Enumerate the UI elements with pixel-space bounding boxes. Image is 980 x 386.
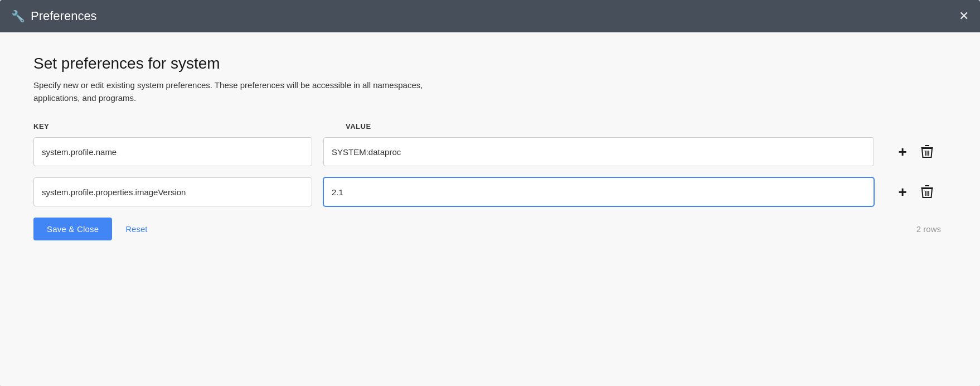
dialog-title: Preferences	[31, 9, 97, 23]
dialog-body: Set preferences for system Specify new o…	[0, 32, 980, 386]
rows-count: 2 rows	[916, 224, 947, 234]
header-left: 🔧 Preferences	[11, 9, 97, 23]
reset-button[interactable]: Reset	[125, 224, 147, 234]
table-row: +	[33, 137, 947, 166]
add-row-button-1[interactable]: +	[898, 144, 906, 159]
key-input-1[interactable]	[33, 137, 312, 166]
columns-header: KEY VALUE	[33, 122, 947, 131]
key-column-header: KEY	[33, 122, 323, 131]
preferences-dialog: 🔧 Preferences ✕ Set preferences for syst…	[0, 0, 980, 386]
wrench-icon: 🔧	[11, 9, 25, 23]
save-close-button[interactable]: Save & Close	[33, 218, 112, 240]
row-actions-1: +	[885, 144, 947, 159]
footer-row: Save & Close Reset 2 rows	[33, 218, 947, 240]
value-column-header: VALUE	[346, 122, 947, 131]
page-title: Set preferences for system	[33, 55, 947, 73]
add-row-button-2[interactable]: +	[898, 185, 906, 199]
svg-rect-6	[925, 185, 929, 186]
key-input-2[interactable]	[33, 177, 312, 206]
value-input-2[interactable]	[323, 177, 874, 206]
delete-row-button-2[interactable]	[920, 185, 934, 199]
value-input-1[interactable]	[323, 137, 874, 166]
table-row: +	[33, 177, 947, 206]
page-description: Specify new or edit existing system pref…	[33, 79, 457, 104]
delete-row-button-1[interactable]	[920, 144, 934, 159]
row-actions-2: +	[885, 185, 947, 199]
close-button[interactable]: ✕	[959, 10, 969, 22]
dialog-header: 🔧 Preferences ✕	[0, 0, 980, 32]
svg-rect-1	[925, 145, 929, 146]
